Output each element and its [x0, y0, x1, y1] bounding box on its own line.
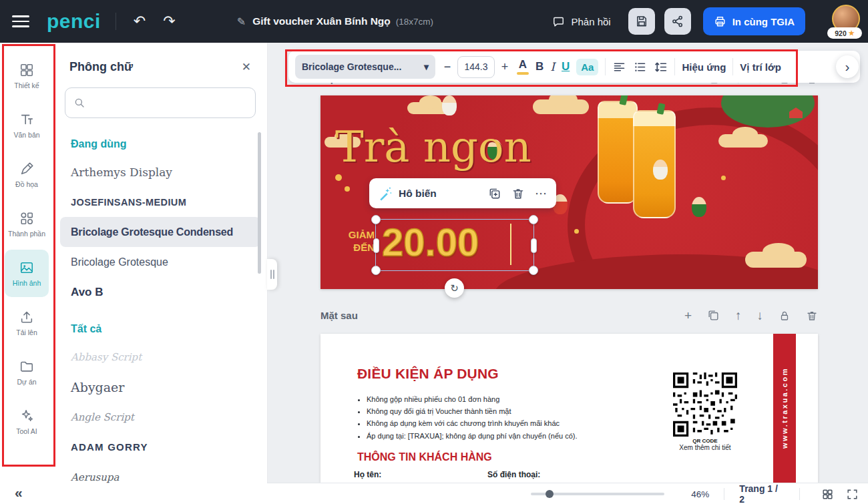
- print-button[interactable]: In cùng TGIA: [703, 7, 805, 35]
- hamburger-menu-button[interactable]: [12, 12, 29, 31]
- text-case-button[interactable]: Aa: [576, 59, 598, 75]
- italic-button[interactable]: I: [550, 60, 555, 73]
- increase-font-size-button[interactable]: +: [499, 60, 510, 74]
- duplicate-page-button-back[interactable]: [707, 309, 720, 322]
- text-color-button[interactable]: A: [517, 59, 529, 75]
- collapse-sidebar-button[interactable]: «: [15, 485, 23, 501]
- bottombar-separator: [724, 488, 724, 500]
- lock-page-button-back[interactable]: [779, 310, 791, 322]
- font-option[interactable]: Abygaer: [53, 372, 267, 402]
- underline-button[interactable]: U: [562, 60, 570, 73]
- close-icon[interactable]: ✕: [242, 60, 251, 74]
- selection-handle-se[interactable]: [529, 266, 538, 275]
- font-search-box[interactable]: [65, 87, 256, 118]
- condition-item: Áp dụng tại: [TRAXUA]; không áp dụng phí…: [367, 432, 578, 441]
- font-option[interactable]: Abbasy Script: [53, 342, 267, 372]
- zoom-slider[interactable]: [531, 493, 664, 495]
- align-button[interactable]: [612, 60, 626, 74]
- components-icon: [19, 211, 34, 226]
- delete-element-button[interactable]: [511, 187, 525, 200]
- move-up-button-back[interactable]: ↑: [735, 309, 742, 322]
- font-option[interactable]: Aerusupa: [53, 462, 267, 492]
- qr-block[interactable]: QR CODE Xem thêm chi tiết: [668, 372, 742, 451]
- bullet-list-button[interactable]: [633, 60, 647, 74]
- fullscreen-button[interactable]: [846, 488, 859, 501]
- font-option[interactable]: ADAM GORRY: [53, 432, 267, 462]
- font-option[interactable]: Bricolage Grotesque: [53, 247, 267, 277]
- toolbar-separator: [674, 58, 675, 75]
- app-window: penci ↶ ↷ ✎ Gift voucher Xuân Bính Ngọ (…: [0, 0, 868, 504]
- sidebar-item-text[interactable]: Văn bản: [5, 101, 49, 149]
- edit-title-icon[interactable]: ✎: [237, 15, 246, 28]
- share-button[interactable]: [664, 8, 691, 35]
- zoom-slider-thumb[interactable]: [546, 490, 554, 498]
- decor-figure: [653, 160, 668, 180]
- discount-label-text[interactable]: GIẢM ĐẾN: [343, 228, 375, 254]
- sidebar-item-tool-ai[interactable]: Tool AI: [5, 398, 49, 445]
- pen-icon: [19, 162, 34, 176]
- duplicate-element-button[interactable]: [488, 187, 501, 200]
- bold-button[interactable]: B: [535, 60, 544, 73]
- printer-icon: [714, 15, 726, 28]
- text-format-toolbar: Bricolage Grotesque... ▾ − 144.3 + A B I…: [288, 51, 860, 83]
- add-page-button-back[interactable]: +: [684, 309, 692, 322]
- panel-collapse-handle[interactable]: [267, 259, 277, 290]
- page-back-label: Mặt sau: [320, 310, 358, 321]
- delete-page-button-back[interactable]: [806, 310, 818, 322]
- element-context-toolbar: Hô biến ⋯: [369, 178, 556, 208]
- font-option[interactable]: Angle Script: [53, 402, 267, 432]
- top-bar: penci ↶ ↷ ✎ Gift voucher Xuân Bính Ngọ (…: [0, 0, 868, 43]
- line-spacing-button[interactable]: [654, 60, 668, 74]
- conditions-list[interactable]: Không gộp nhiều phiếu cho 01 đơn hàng Kh…: [357, 395, 578, 444]
- decor-flower: [721, 176, 726, 180]
- font-option[interactable]: Avo B: [53, 277, 267, 307]
- move-down-button-back[interactable]: ↓: [757, 309, 764, 322]
- selection-handle-east[interactable]: [531, 238, 537, 253]
- redo-icon[interactable]: ↷: [163, 14, 175, 29]
- speech-bubble-icon: [552, 15, 565, 28]
- undo-icon[interactable]: ↶: [134, 14, 146, 29]
- grid-view-button[interactable]: [821, 488, 834, 501]
- more-options-button[interactable]: ⋯: [535, 186, 547, 201]
- image-icon: [19, 260, 34, 275]
- sidebar-item-images[interactable]: Hình ảnh: [5, 250, 49, 297]
- font-family-dropdown[interactable]: Bricolage Grotesque... ▾: [295, 55, 435, 79]
- sidebar-item-uploads[interactable]: Tải lên: [5, 299, 49, 346]
- position-button[interactable]: Vị trí lớp: [740, 61, 783, 73]
- account-area: 920 ★: [827, 3, 863, 40]
- selection-box: [375, 219, 534, 271]
- customer-info-title[interactable]: THÔNG TIN KHÁCH HÀNG: [357, 451, 492, 463]
- feedback-button[interactable]: Phản hồi: [552, 15, 610, 28]
- rotate-handle[interactable]: ↻: [445, 278, 464, 298]
- toolbar-next-button[interactable]: ›: [836, 55, 859, 78]
- magic-button[interactable]: Hô biến: [379, 186, 437, 201]
- website-strip: www.traxua.com: [773, 334, 796, 483]
- design-headline-text[interactable]: Trà ngon: [335, 122, 531, 172]
- sidebar-item-graphics[interactable]: Đồ họa: [5, 151, 49, 198]
- panel-scrollbar[interactable]: [258, 132, 261, 274]
- customer-fields[interactable]: Họ tên: Số điện thoại:: [354, 470, 540, 479]
- font-size-value[interactable]: 144.3: [457, 56, 495, 78]
- sidebar-item-projects[interactable]: Dự án: [5, 348, 49, 396]
- selection-handle-ne[interactable]: [529, 215, 538, 224]
- selection-handle-sw[interactable]: [371, 266, 381, 275]
- font-option[interactable]: Arthemys Display: [53, 157, 267, 187]
- search-input[interactable]: [91, 97, 247, 109]
- sidebar-item-design[interactable]: Thiết kế: [5, 52, 49, 99]
- font-option[interactable]: JOSEFINSANS-MEDIUM: [53, 187, 267, 217]
- selection-handle-nw[interactable]: [371, 215, 381, 224]
- credits-value: 920: [835, 29, 847, 37]
- penci-logo[interactable]: penci: [47, 10, 101, 33]
- save-button[interactable]: [628, 8, 655, 35]
- decor-flower: [335, 174, 342, 181]
- website-text: www.traxua.com: [781, 367, 789, 449]
- document-title[interactable]: Gift voucher Xuân Bính Ngọ: [252, 15, 391, 27]
- font-option-selected[interactable]: Bricolage Grotesque Condensed: [60, 217, 260, 247]
- design-page-back[interactable]: ĐIỀU KIỆN ÁP DỤNG Không gộp nhiều phiếu …: [320, 334, 818, 483]
- effects-button[interactable]: Hiệu ứng: [682, 61, 726, 73]
- selection-handle-west[interactable]: [373, 238, 379, 253]
- decrease-font-size-button[interactable]: −: [442, 60, 453, 74]
- decor-flower: [574, 229, 579, 234]
- sidebar-item-components[interactable]: Thành phần: [5, 200, 49, 248]
- conditions-title[interactable]: ĐIỀU KIỆN ÁP DỤNG: [357, 366, 499, 382]
